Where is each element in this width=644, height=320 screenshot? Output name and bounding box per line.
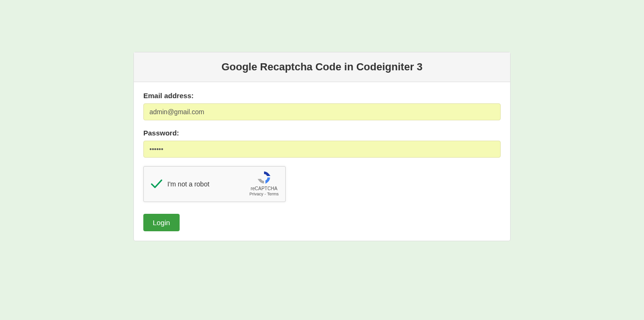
email-label: Email address: — [143, 92, 501, 100]
password-field[interactable] — [143, 141, 501, 158]
recaptcha-label: I'm not a robot — [167, 180, 209, 188]
recaptcha-widget[interactable]: I'm not a robot reCAPTCHA Privacy - Term… — [143, 166, 286, 202]
panel-body: Email address: Password: I'm not a robot — [134, 82, 510, 241]
password-label: Password: — [143, 129, 501, 137]
panel-header: Google Recaptcha Code in Codeigniter 3 — [134, 52, 510, 82]
recaptcha-brand: reCAPTCHA — [248, 186, 281, 191]
login-button[interactable]: Login — [143, 214, 180, 231]
email-form-group: Email address: — [143, 92, 501, 120]
recaptcha-links: Privacy - Terms — [248, 192, 281, 196]
recaptcha-checkmark-icon — [149, 177, 163, 191]
login-panel: Google Recaptcha Code in Codeigniter 3 E… — [133, 52, 511, 241]
password-form-group: Password: — [143, 129, 501, 158]
email-field[interactable] — [143, 103, 501, 120]
recaptcha-privacy-link[interactable]: Privacy — [249, 192, 264, 196]
page-title: Google Recaptcha Code in Codeigniter 3 — [143, 61, 501, 73]
recaptcha-terms-link[interactable]: Terms — [267, 192, 279, 196]
recaptcha-icon — [256, 170, 272, 185]
recaptcha-logo: reCAPTCHA Privacy - Terms — [248, 170, 281, 196]
